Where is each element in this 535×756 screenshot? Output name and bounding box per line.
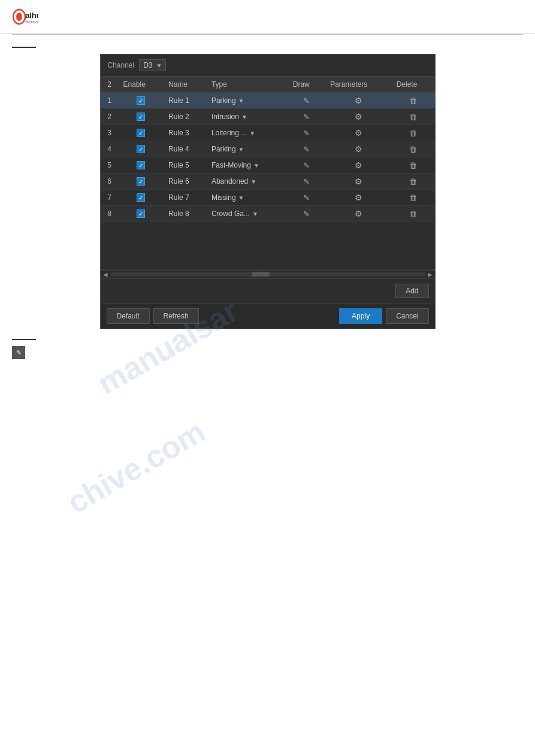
table-row[interactable]: 6Rule 6Abandoned▼✎⚙🗑 <box>101 174 435 190</box>
default-button[interactable]: Default <box>107 308 150 324</box>
row-type[interactable]: Abandoned▼ <box>207 174 288 190</box>
table-row[interactable]: 2Rule 2Intrusion▼✎⚙🗑 <box>101 109 435 125</box>
parameters-gear-icon[interactable]: ⚙ <box>355 128 362 138</box>
table-row[interactable]: 1Rule 1Parking▼✎⚙🗑 <box>101 93 435 109</box>
enable-checkbox[interactable] <box>137 193 145 202</box>
row-delete[interactable]: 🗑 <box>392 109 435 125</box>
row-parameters[interactable]: ⚙ <box>325 190 392 206</box>
delete-trash-icon[interactable]: 🗑 <box>409 210 417 218</box>
row-enable[interactable] <box>119 157 164 174</box>
add-button[interactable]: Add <box>395 284 428 298</box>
row-parameters[interactable]: ⚙ <box>325 125 392 141</box>
table-row[interactable]: 3Rule 3Loitering ...▼✎⚙🗑 <box>101 125 435 141</box>
apply-button[interactable]: Apply <box>339 308 382 324</box>
row-parameters[interactable]: ⚙ <box>325 93 392 109</box>
refresh-button[interactable]: Refresh <box>153 308 199 324</box>
parameters-gear-icon[interactable]: ⚙ <box>355 144 362 154</box>
row-enable[interactable] <box>119 141 164 157</box>
delete-trash-icon[interactable]: 🗑 <box>409 161 417 170</box>
row-parameters[interactable]: ⚙ <box>325 157 392 174</box>
draw-pencil-icon[interactable]: ✎ <box>303 96 310 105</box>
type-dropdown[interactable]: Crowd Ga...▼ <box>211 210 283 218</box>
row-enable[interactable] <box>119 174 164 190</box>
enable-checkbox[interactable] <box>137 177 145 186</box>
row-draw[interactable]: ✎ <box>288 206 325 222</box>
enable-checkbox[interactable] <box>137 145 145 153</box>
row-parameters[interactable]: ⚙ <box>325 141 392 157</box>
row-type[interactable]: Parking▼ <box>207 93 288 109</box>
delete-trash-icon[interactable]: 🗑 <box>409 193 417 202</box>
row-parameters[interactable]: ⚙ <box>325 109 392 125</box>
parameters-gear-icon[interactable]: ⚙ <box>355 209 362 218</box>
row-draw[interactable]: ✎ <box>288 93 325 109</box>
delete-trash-icon[interactable]: 🗑 <box>409 113 417 122</box>
row-delete[interactable]: 🗑 <box>392 93 435 109</box>
row-delete[interactable]: 🗑 <box>392 125 435 141</box>
enable-checkbox[interactable] <box>137 129 145 137</box>
row-enable[interactable] <box>119 190 164 206</box>
row-type[interactable]: Loitering ...▼ <box>207 125 288 141</box>
row-delete[interactable]: 🗑 <box>392 157 435 174</box>
type-dropdown[interactable]: Parking▼ <box>211 145 283 153</box>
channel-dropdown[interactable]: D3 ▼ <box>139 59 166 71</box>
row-enable[interactable] <box>119 93 164 109</box>
table-row[interactable]: 8Rule 8Crowd Ga...▼✎⚙🗑 <box>101 206 435 222</box>
draw-pencil-icon[interactable]: ✎ <box>303 161 310 170</box>
row-enable[interactable] <box>119 109 164 125</box>
enable-checkbox[interactable] <box>137 161 145 169</box>
delete-trash-icon[interactable]: 🗑 <box>409 177 417 186</box>
delete-trash-icon[interactable]: 🗑 <box>409 96 417 105</box>
enable-checkbox[interactable] <box>137 113 145 121</box>
parameters-gear-icon[interactable]: ⚙ <box>355 193 362 202</box>
delete-trash-icon[interactable]: 🗑 <box>409 129 417 138</box>
parameters-gear-icon[interactable]: ⚙ <box>355 96 362 105</box>
row-draw[interactable]: ✎ <box>288 109 325 125</box>
cancel-button[interactable]: Cancel <box>386 308 428 324</box>
row-type[interactable]: Missing▼ <box>207 190 288 206</box>
type-dropdown[interactable]: Parking▼ <box>211 96 283 105</box>
row-type[interactable]: Crowd Ga...▼ <box>207 206 288 222</box>
draw-pencil-icon[interactable]: ✎ <box>303 113 310 122</box>
row-parameters[interactable]: ⚙ <box>325 206 392 222</box>
type-dropdown[interactable]: Loitering ...▼ <box>211 129 283 137</box>
type-dropdown[interactable]: Missing▼ <box>211 193 283 202</box>
row-type[interactable]: Intrusion▼ <box>207 109 288 125</box>
row-draw[interactable]: ✎ <box>288 174 325 190</box>
draw-pencil-icon[interactable]: ✎ <box>303 129 310 138</box>
parameters-gear-icon[interactable]: ⚙ <box>355 160 362 170</box>
enable-checkbox[interactable] <box>137 96 145 105</box>
row-parameters[interactable]: ⚙ <box>325 174 392 190</box>
table-row[interactable]: 5Rule 5Fast-Moving▼✎⚙🗑 <box>101 157 435 174</box>
parameters-gear-icon[interactable]: ⚙ <box>355 177 362 186</box>
scrollbar-thumb[interactable] <box>252 272 270 277</box>
table-row[interactable]: 7Rule 7Missing▼✎⚙🗑 <box>101 190 435 206</box>
row-draw[interactable]: ✎ <box>288 157 325 174</box>
delete-trash-icon[interactable]: 🗑 <box>409 145 417 154</box>
row-draw[interactable]: ✎ <box>288 141 325 157</box>
row-delete[interactable]: 🗑 <box>392 174 435 190</box>
row-enable[interactable] <box>119 125 164 141</box>
row-type[interactable]: Parking▼ <box>207 141 288 157</box>
row-draw[interactable]: ✎ <box>288 190 325 206</box>
page-content: Channel D3 ▼ 2 Enable Name Type Draw Par… <box>0 35 535 371</box>
row-delete[interactable]: 🗑 <box>392 206 435 222</box>
draw-pencil-icon[interactable]: ✎ <box>303 210 310 218</box>
table-row[interactable]: 4Rule 4Parking▼✎⚙🗑 <box>101 141 435 157</box>
pencil-icon-small[interactable]: ✎ <box>12 346 25 359</box>
parameters-gear-icon[interactable]: ⚙ <box>355 112 362 122</box>
type-dropdown[interactable]: Intrusion▼ <box>211 113 283 121</box>
row-type[interactable]: Fast-Moving▼ <box>207 157 288 174</box>
row-draw[interactable]: ✎ <box>288 125 325 141</box>
type-value: Loitering ... <box>211 129 247 137</box>
draw-pencil-icon[interactable]: ✎ <box>303 145 310 154</box>
row-delete[interactable]: 🗑 <box>392 190 435 206</box>
draw-pencil-icon[interactable]: ✎ <box>303 177 310 186</box>
row-enable[interactable] <box>119 206 164 222</box>
scrollbar-track[interactable] <box>110 272 425 277</box>
row-delete[interactable]: 🗑 <box>392 141 435 157</box>
draw-pencil-icon[interactable]: ✎ <box>303 193 310 202</box>
horizontal-scrollbar[interactable]: ◀ ▶ <box>101 270 435 278</box>
type-dropdown[interactable]: Fast-Moving▼ <box>211 161 283 169</box>
type-dropdown[interactable]: Abandoned▼ <box>211 177 283 186</box>
enable-checkbox[interactable] <box>137 210 145 218</box>
